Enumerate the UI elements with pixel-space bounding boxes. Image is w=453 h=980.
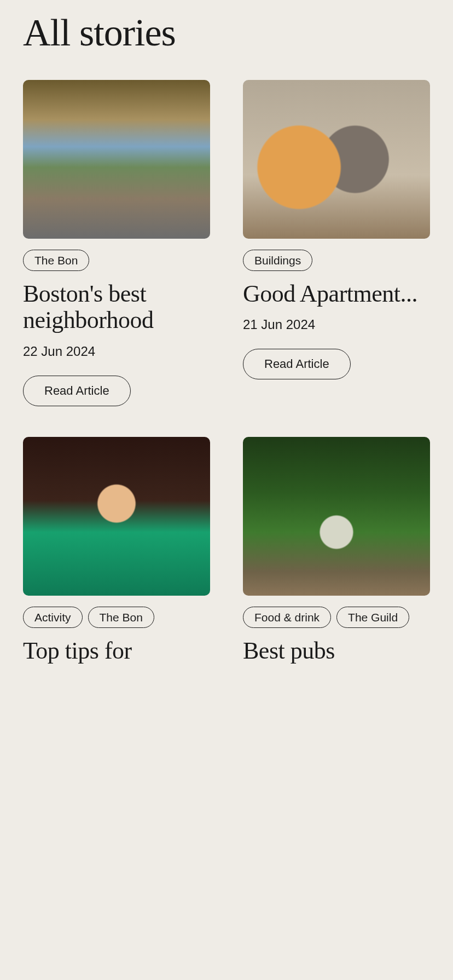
tag-row: Buildings [243, 250, 430, 271]
story-thumbnail[interactable] [243, 80, 430, 239]
story-date: 21 Jun 2024 [243, 317, 430, 332]
story-thumbnail[interactable] [243, 437, 430, 596]
tag-row: The Bon [23, 250, 210, 271]
category-tag[interactable]: Activity [23, 607, 83, 628]
read-article-button[interactable]: Read Article [23, 376, 131, 406]
story-date: 22 Jun 2024 [23, 344, 210, 359]
page-title: All stories [23, 11, 430, 55]
category-tag[interactable]: Buildings [243, 250, 312, 271]
story-title[interactable]: Best pubs [243, 638, 430, 664]
story-thumbnail[interactable] [23, 80, 210, 239]
category-tag[interactable]: Food & drink [243, 607, 331, 628]
story-title[interactable]: Boston's best neighborhood [23, 281, 210, 334]
story-card: ActivityThe BonTop tips for [23, 437, 210, 674]
story-title[interactable]: Top tips for [23, 638, 210, 664]
story-thumbnail[interactable] [23, 437, 210, 596]
category-tag[interactable]: The Bon [88, 607, 154, 628]
story-card: Food & drinkThe GuildBest pubs [243, 437, 430, 674]
category-tag[interactable]: The Guild [336, 607, 409, 628]
story-title[interactable]: Good Apartment... [243, 281, 430, 307]
story-grid: The BonBoston's best neighborhood22 Jun … [23, 80, 430, 674]
story-card: BuildingsGood Apartment...21 Jun 2024Rea… [243, 80, 430, 406]
read-article-button[interactable]: Read Article [243, 349, 351, 379]
story-card: The BonBoston's best neighborhood22 Jun … [23, 80, 210, 406]
tag-row: ActivityThe Bon [23, 607, 210, 628]
category-tag[interactable]: The Bon [23, 250, 89, 271]
tag-row: Food & drinkThe Guild [243, 607, 430, 628]
